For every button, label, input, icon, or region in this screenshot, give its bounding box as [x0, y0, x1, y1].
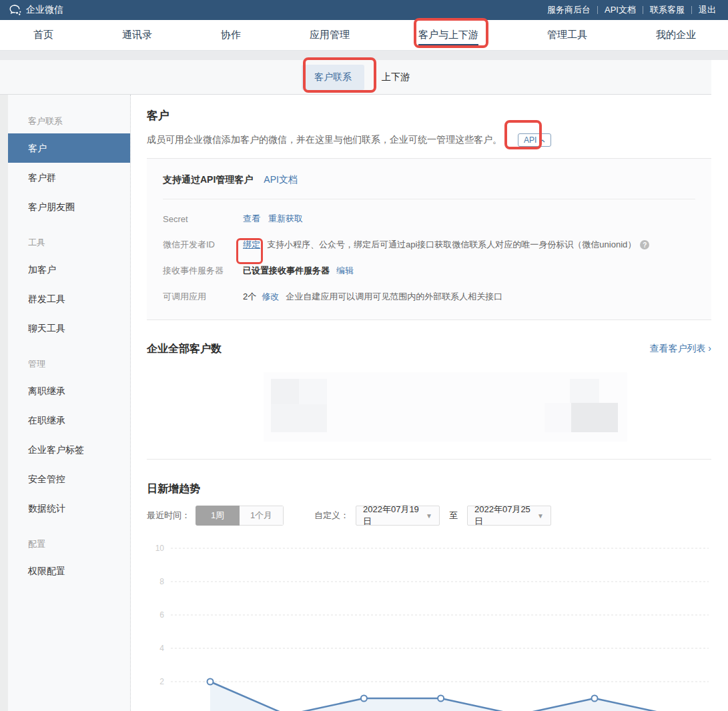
callable-apps-desc: 企业自建应用可以调用可见范围内的外部联系人相关接口: [286, 291, 502, 303]
sidebar-item-permission-config[interactable]: 权限配置: [8, 556, 130, 586]
dropdown-arrow-icon: ▼: [537, 512, 544, 520]
mosaic-block: [271, 379, 299, 404]
sidebar-item-data-statistics[interactable]: 数据统计: [8, 494, 130, 523]
nav-tab-admin-tools[interactable]: 管理工具: [547, 20, 587, 50]
sidebar-header-customer-contact: 客户联系: [8, 115, 130, 128]
api-toggle-button[interactable]: API: [518, 133, 551, 147]
sidebar-item-customer-moments[interactable]: 客户朋友圈: [8, 192, 130, 221]
custom-range-label: 自定义：: [314, 510, 349, 522]
customers-section-head: 企业全部客户数 查看客户列表 ›: [147, 341, 711, 356]
sidebar-item-customer-groups[interactable]: 客户群: [8, 163, 130, 192]
event-server-edit-link[interactable]: 编辑: [336, 265, 354, 277]
sidebar-group-management: 管理 离职继承 在职继承 企业客户标签 安全管控 数据统计: [8, 358, 130, 523]
topbar-link-logout[interactable]: 退出: [692, 4, 723, 16]
wechat-developer-id-desc: 支持小程序、公众号，绑定后可通过api接口获取微信联系人对应的唯一身份标识（微信…: [267, 239, 636, 251]
event-server-label: 接收事件服务器: [163, 265, 243, 277]
topbar-link-api-doc[interactable]: API文档: [598, 4, 643, 16]
wechat-developer-id-label: 微信开发者ID: [163, 239, 243, 251]
trend-section-title: 日新增趋势: [147, 482, 711, 497]
bind-link[interactable]: 绑定: [243, 239, 260, 251]
range-toggle: 1周 1个月: [196, 506, 284, 526]
to-label: 至: [449, 510, 458, 522]
nav-tab-collaboration[interactable]: 协作: [221, 20, 241, 50]
sidebar-item-chat-tools[interactable]: 聊天工具: [8, 313, 130, 343]
date-from-value: 2022年07月19日: [363, 504, 426, 528]
svg-text:4: 4: [159, 644, 164, 653]
event-server-row: 接收事件服务器 已设置接收事件服务器 编辑: [163, 264, 695, 277]
nav-tab-my-company[interactable]: 我的企业: [656, 20, 696, 50]
mosaic-block: [271, 404, 327, 432]
range-option-week[interactable]: 1周: [196, 506, 240, 526]
sidebar-item-security-control[interactable]: 安全管控: [8, 464, 130, 494]
sidebar-item-onjob-inherit[interactable]: 在职继承: [8, 406, 130, 435]
nav-tab-apps[interactable]: 应用管理: [310, 20, 350, 50]
svg-text:10: 10: [155, 544, 165, 553]
sidebar-item-customer-tags[interactable]: 企业客户标签: [8, 435, 130, 464]
sidebar-header-config: 配置: [8, 538, 130, 551]
trend-chart: 246810: [147, 534, 711, 711]
help-question-icon[interactable]: ?: [640, 240, 649, 249]
event-server-status: 已设置接收事件服务器: [243, 265, 330, 277]
secret-refresh-link[interactable]: 重新获取: [268, 213, 303, 225]
svg-text:8: 8: [159, 577, 164, 586]
divider: [163, 199, 695, 199]
topbar-links: 服务商后台 API文档 联系客服 退出: [540, 4, 723, 16]
callable-apps-modify-link[interactable]: 修改: [262, 291, 279, 303]
svg-text:6: 6: [159, 610, 164, 620]
sidebar-group-tools: 工具 加客户 群发工具 聊天工具: [8, 236, 130, 343]
divider: [147, 459, 711, 460]
range-option-month[interactable]: 1个月: [240, 506, 284, 526]
page-body: 客户联系 客户 客户群 客户朋友圈 工具 加客户 群发工具 聊天工具 管理 离职…: [0, 95, 711, 711]
secret-label: Secret: [163, 214, 243, 224]
redacted-customer-stats: [147, 371, 711, 443]
left-gutter: [0, 95, 8, 711]
api-panel: 支持通过API管理客户 API文档 Secret 查看 重新获取 微信开发者ID…: [147, 158, 711, 320]
divider-band: [0, 51, 728, 60]
secret-view-link[interactable]: 查看: [243, 213, 260, 225]
callable-apps-count: 2个: [243, 291, 256, 303]
sidebar: 客户联系 客户 客户群 客户朋友圈 工具 加客户 群发工具 聊天工具 管理 离职…: [8, 95, 131, 711]
page-description: 成员可用企业微信添加客户的微信，并在这里与他们联系，企业可统一管理这些客户。: [147, 134, 502, 146]
topbar-link-provider[interactable]: 服务商后台: [540, 4, 597, 16]
topbar: 企业微信 服务商后台 API文档 联系客服 退出: [0, 0, 728, 20]
callable-apps-label: 可调用应用: [163, 291, 243, 303]
nav-tab-contacts[interactable]: 通讯录: [122, 20, 152, 50]
secret-row: Secret 查看 重新获取: [163, 212, 695, 225]
topbar-link-support[interactable]: 联系客服: [643, 4, 691, 16]
nav-tab-home[interactable]: 首页: [33, 20, 53, 50]
main-nav: 首页 通讯录 协作 应用管理 客户与上下游 管理工具 我的企业: [0, 20, 728, 51]
api-toggle-label: API: [524, 135, 536, 145]
subtab-customer-contact[interactable]: 客户联系: [302, 65, 364, 90]
date-to-value: 2022年07月25日: [474, 504, 537, 528]
brand-name: 企业微信: [26, 4, 63, 16]
sidebar-group-customer-contact: 客户联系 客户 客户群 客户朋友圈: [8, 115, 130, 221]
sidebar-item-resigned-inherit[interactable]: 离职继承: [8, 376, 130, 406]
wework-logo-icon: [9, 5, 22, 16]
brand[interactable]: 企业微信: [9, 4, 63, 16]
subtab-upstream-downstream[interactable]: 上下游: [382, 71, 410, 83]
sidebar-item-customers[interactable]: 客户: [8, 133, 130, 163]
subtab-row: 客户联系 上下游: [0, 60, 711, 95]
mosaic-block: [571, 403, 618, 432]
sidebar-group-config: 配置 权限配置: [8, 538, 130, 586]
time-range-label: 最近时间：: [147, 510, 190, 522]
svg-text:2: 2: [159, 677, 164, 686]
mosaic-block: [299, 379, 327, 404]
sidebar-item-bulk-message[interactable]: 群发工具: [8, 284, 130, 313]
api-panel-title-row: 支持通过API管理客户 API文档: [163, 173, 695, 187]
date-from-select[interactable]: 2022年07月19日 ▼: [356, 506, 440, 526]
view-customer-list-link[interactable]: 查看客户列表 ›: [649, 343, 711, 355]
sidebar-item-add-customer[interactable]: 加客户: [8, 255, 130, 284]
trend-line-chart: 246810: [147, 534, 711, 711]
wechat-developer-id-row: 微信开发者ID 绑定 支持小程序、公众号，绑定后可通过api接口获取微信联系人对…: [163, 238, 695, 251]
sidebar-header-tools: 工具: [8, 236, 130, 249]
api-doc-link[interactable]: API文档: [264, 174, 298, 186]
sidebar-header-management: 管理: [8, 358, 130, 371]
date-to-select[interactable]: 2022年07月25日 ▼: [467, 506, 551, 526]
api-panel-title: 支持通过API管理客户: [163, 174, 253, 186]
chevron-up-icon: [540, 135, 545, 145]
nav-tab-customers[interactable]: 客户与上下游: [418, 20, 478, 50]
mosaic-block: [570, 379, 599, 406]
dropdown-arrow-icon: ▼: [426, 512, 432, 520]
callable-apps-row: 可调用应用 2个 修改 企业自建应用可以调用可见范围内的外部联系人相关接口: [163, 290, 695, 303]
